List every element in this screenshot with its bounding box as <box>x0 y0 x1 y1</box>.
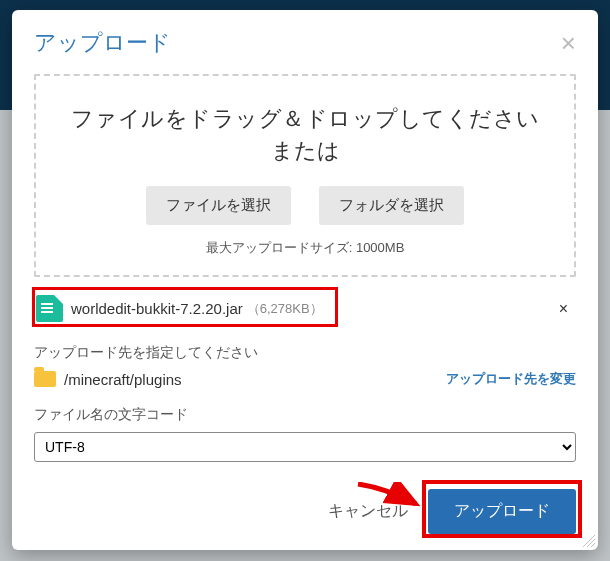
dropzone-text-1: ファイルをドラッグ＆ドロップしてください <box>50 104 560 134</box>
dropzone[interactable]: ファイルをドラッグ＆ドロップしてください または ファイルを選択 フォルダを選択… <box>34 74 576 277</box>
encoding-section: ファイル名の文字コード UTF-8 <box>34 406 576 462</box>
upload-button[interactable]: アップロード <box>428 489 576 534</box>
destination-path: /minecraft/plugins <box>64 371 182 388</box>
destination-section: アップロード先を指定してください /minecraft/plugins アップロ… <box>34 344 576 388</box>
dropzone-text-2: または <box>50 136 560 166</box>
modal-footer: キャンセル アップロード <box>34 471 576 534</box>
file-remove-icon[interactable]: × <box>555 300 572 318</box>
modal-title: アップロード <box>34 28 171 58</box>
file-row: worldedit-bukkit-7.2.20.jar （6,278KB） × <box>34 291 576 326</box>
destination-label: アップロード先を指定してください <box>34 344 576 362</box>
select-folder-button[interactable]: フォルダを選択 <box>319 186 464 225</box>
upload-limit-text: 最大アップロードサイズ: 1000MB <box>50 239 560 257</box>
encoding-select[interactable]: UTF-8 <box>34 432 576 462</box>
encoding-label: ファイル名の文字コード <box>34 406 576 424</box>
modal-header: アップロード × <box>34 28 576 58</box>
close-icon[interactable]: × <box>561 30 576 56</box>
file-size: （6,278KB） <box>247 300 323 318</box>
folder-icon <box>34 371 56 387</box>
file-icon <box>36 295 63 322</box>
change-destination-link[interactable]: アップロード先を変更 <box>446 370 576 388</box>
file-name: worldedit-bukkit-7.2.20.jar <box>71 300 243 317</box>
upload-modal: アップロード × ファイルをドラッグ＆ドロップしてください または ファイルを選… <box>12 10 598 550</box>
cancel-button[interactable]: キャンセル <box>328 501 408 522</box>
select-file-button[interactable]: ファイルを選択 <box>146 186 291 225</box>
resize-grip-icon[interactable] <box>583 535 595 547</box>
